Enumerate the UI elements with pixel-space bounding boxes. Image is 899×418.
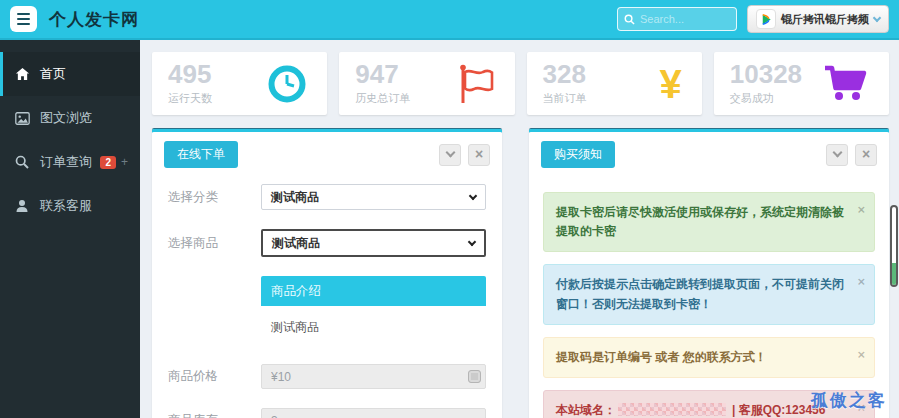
collapse-panel-button[interactable] xyxy=(439,144,461,166)
menu-toggle-button[interactable] xyxy=(10,6,37,32)
stat-label: 交易成功 xyxy=(730,91,802,106)
sidebar-item-gallery[interactable]: 图文浏览 xyxy=(0,96,140,140)
expand-plus-icon[interactable]: + xyxy=(121,155,128,169)
stat-value: 10328 xyxy=(730,61,802,88)
alert-text: 付款后按提示点击确定跳转到提取页面，不可提前关闭窗口！否则无法提取到卡密！ xyxy=(556,277,844,310)
home-icon xyxy=(15,66,31,82)
image-icon xyxy=(15,110,31,126)
category-label: 选择分类 xyxy=(168,189,261,206)
page: 个人发卡网 锟斤拷讯锟斤拷频 xyxy=(0,0,899,418)
stat-card-running-days: 495 运行天数 xyxy=(152,52,327,115)
redacted-domain xyxy=(618,403,726,416)
watermark: 孤傲之客 xyxy=(811,389,887,412)
tencent-video-icon xyxy=(756,9,776,29)
close-icon[interactable]: × xyxy=(857,345,865,366)
sidebar-item-label: 图文浏览 xyxy=(40,109,92,127)
panel-title-badge[interactable]: 在线下单 xyxy=(164,141,238,168)
product-selected-value: 测试商品 xyxy=(272,235,320,252)
product-select[interactable]: 测试商品 xyxy=(261,229,486,257)
stat-card-current-orders: 328 当前订单 ¥ xyxy=(527,52,702,115)
chevron-down-icon xyxy=(445,148,455,158)
chevron-down-icon xyxy=(832,148,842,158)
stats-row: 495 运行天数 947 历史总订单 xyxy=(152,52,889,115)
alert-text-prefix: 本站域名： xyxy=(556,403,616,417)
stat-card-total-orders: 947 历史总订单 xyxy=(339,52,514,115)
sidebar: 首页 图文浏览 订单查询 2 + 联系客服 xyxy=(0,40,140,418)
input-addon-icon xyxy=(468,370,481,383)
product-intro-text: 测试商品 xyxy=(261,306,486,340)
close-panel-button[interactable]: × xyxy=(468,144,490,166)
close-icon[interactable]: × xyxy=(857,200,865,221)
online-order-panel: 在线下单 × 选择分类 测试商品 xyxy=(152,128,502,418)
close-panel-button[interactable]: × xyxy=(855,144,877,166)
category-select[interactable]: 测试商品 xyxy=(261,184,486,210)
search-icon xyxy=(624,14,635,25)
close-icon[interactable]: × xyxy=(857,272,865,293)
stat-card-success-trades: 10328 交易成功 xyxy=(714,52,889,115)
product-label: 选择商品 xyxy=(168,235,261,252)
close-icon: × xyxy=(475,147,483,161)
search-input[interactable] xyxy=(640,13,728,25)
yen-icon: ¥ xyxy=(660,64,682,104)
chevron-down-icon xyxy=(873,13,881,21)
sidebar-item-order-query[interactable]: 订单查询 2 + xyxy=(0,140,140,184)
stock-input xyxy=(261,408,486,418)
notice-alert-warning: 提取码是订单编号 或者 您的联系方式！ × xyxy=(543,337,875,378)
close-icon: × xyxy=(862,147,870,161)
purchase-notice-panel: 购买须知 × 提取卡密后请尽快激活使用或保存好，系统定期清除被提取的卡密 × 付… xyxy=(529,128,889,418)
price-input xyxy=(261,364,486,389)
scrollbar-thumb[interactable] xyxy=(890,205,898,287)
cart-icon xyxy=(823,64,869,104)
alert-text: 提取码是订单编号 或者 您的联系方式！ xyxy=(556,350,767,364)
clock-icon xyxy=(267,64,307,104)
order-count-badge: 2 xyxy=(100,156,116,169)
collapse-panel-button[interactable] xyxy=(826,144,848,166)
chevron-down-icon xyxy=(468,237,476,245)
sidebar-item-label: 首页 xyxy=(40,65,66,83)
stat-value: 328 xyxy=(543,61,587,88)
sidebar-item-home[interactable]: 首页 xyxy=(0,52,140,96)
alert-text: 提取卡密后请尽快激活使用或保存好，系统定期清除被提取的卡密 xyxy=(556,205,844,238)
site-title: 个人发卡网 xyxy=(49,8,139,31)
user-icon xyxy=(15,198,31,214)
stat-value: 947 xyxy=(355,61,410,88)
price-label: 商品价格 xyxy=(168,368,261,385)
stat-label: 运行天数 xyxy=(168,91,212,106)
notice-alert-info: 付款后按提示点击确定跳转到提取页面，不可提前关闭窗口！否则无法提取到卡密！ × xyxy=(543,264,875,324)
top-header: 个人发卡网 锟斤拷讯锟斤拷频 xyxy=(0,0,899,40)
account-label: 锟斤拷讯锟斤拷频 xyxy=(781,12,869,27)
product-intro-header: 商品介绍 xyxy=(261,276,486,306)
stat-label: 历史总订单 xyxy=(355,91,410,106)
sidebar-item-label: 订单查询 xyxy=(40,153,92,171)
account-dropdown-button[interactable]: 锟斤拷讯锟斤拷频 xyxy=(747,5,889,33)
sidebar-item-label: 联系客服 xyxy=(40,197,92,215)
category-selected-value: 测试商品 xyxy=(271,189,319,206)
stock-label: 商品库存 xyxy=(168,412,261,418)
sidebar-item-contact-support[interactable]: 联系客服 xyxy=(0,184,140,228)
main-content: 495 运行天数 947 历史总订单 xyxy=(140,40,899,418)
panel-title-badge[interactable]: 购买须知 xyxy=(541,141,615,168)
header-search[interactable] xyxy=(617,7,737,31)
search-icon xyxy=(15,154,31,170)
stat-label: 当前订单 xyxy=(543,91,587,106)
chevron-down-icon xyxy=(469,191,477,199)
flag-icon xyxy=(455,63,495,105)
stat-value: 495 xyxy=(168,61,212,88)
notice-alert-success: 提取卡密后请尽快激活使用或保存好，系统定期清除被提取的卡密 × xyxy=(543,192,875,252)
